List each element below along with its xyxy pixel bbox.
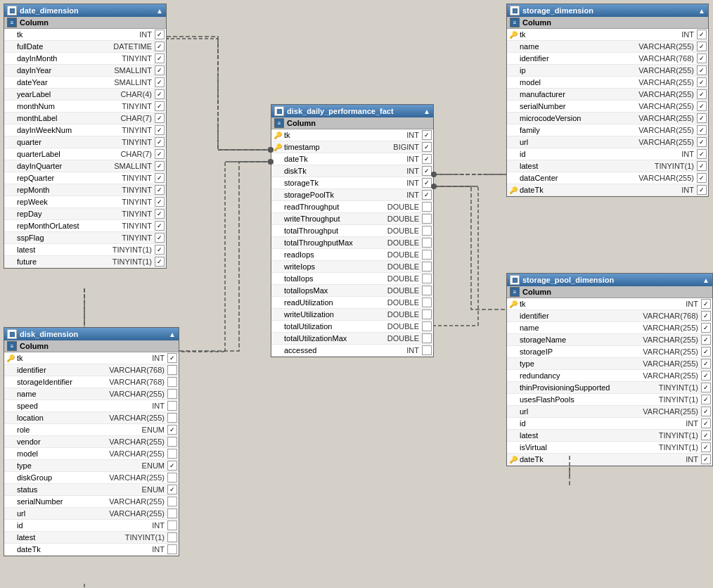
col-checkbox[interactable] (167, 437, 177, 447)
col-checkbox[interactable] (155, 245, 165, 255)
table-row: modelVARCHAR(255) (4, 448, 179, 460)
col-checkbox[interactable] (155, 125, 165, 135)
col-checkbox[interactable] (701, 383, 711, 392)
col-checkbox[interactable] (701, 347, 711, 357)
col-checkbox[interactable] (155, 209, 165, 219)
col-checkbox[interactable] (422, 142, 432, 152)
col-checkbox[interactable] (697, 53, 707, 63)
col-checkbox[interactable] (422, 321, 432, 331)
col-checkbox[interactable] (155, 101, 165, 111)
col-checkbox[interactable] (422, 250, 432, 260)
col-checkbox[interactable] (155, 113, 165, 123)
col-checkbox[interactable] (697, 149, 707, 159)
col-checkbox[interactable] (701, 430, 711, 440)
col-checkbox[interactable] (422, 298, 432, 307)
col-checkbox[interactable] (167, 461, 177, 471)
col-type: VARCHAR(255) (109, 437, 167, 446)
col-checkbox[interactable] (167, 425, 177, 435)
no-pk (508, 323, 518, 333)
col-checkbox[interactable] (155, 257, 165, 267)
col-checkbox[interactable] (422, 202, 432, 212)
col-name: yearLabel (15, 90, 120, 98)
col-checkbox[interactable] (167, 473, 177, 482)
col-checkbox[interactable] (155, 185, 165, 195)
col-checkbox[interactable] (422, 226, 432, 236)
col-checkbox[interactable] (701, 418, 711, 428)
col-checkbox[interactable] (701, 371, 711, 381)
col-checkbox[interactable] (155, 65, 165, 75)
col-checkbox[interactable] (701, 359, 711, 369)
col-checkbox[interactable] (697, 65, 707, 75)
col-checkbox[interactable] (701, 323, 711, 333)
col-checkbox[interactable] (422, 238, 432, 248)
col-checkbox[interactable] (422, 333, 432, 343)
table-row: 🔑dateTkINT (507, 454, 712, 466)
col-checkbox[interactable] (167, 497, 177, 506)
col-checkbox[interactable] (155, 137, 165, 147)
col-checkbox[interactable] (697, 113, 707, 123)
col-checkbox[interactable] (422, 190, 432, 200)
col-checkbox[interactable] (167, 485, 177, 494)
col-checkbox[interactable] (697, 41, 707, 51)
col-checkbox[interactable] (167, 365, 177, 375)
col-checkbox[interactable] (701, 299, 711, 309)
col-type: TINYINT(1) (113, 245, 155, 254)
col-checkbox[interactable] (155, 233, 165, 243)
col-checkbox[interactable] (422, 286, 432, 295)
col-checkbox[interactable] (422, 154, 432, 164)
col-name: dayInQuarter (15, 162, 114, 170)
col-checkbox[interactable] (167, 449, 177, 459)
col-checkbox[interactable] (701, 395, 711, 404)
col-type: VARCHAR(768) (638, 54, 697, 63)
col-checkbox[interactable] (155, 221, 165, 231)
col-checkbox[interactable] (155, 173, 165, 183)
col-checkbox[interactable] (155, 30, 165, 39)
col-checkbox[interactable] (422, 178, 432, 188)
col-checkbox[interactable] (701, 454, 711, 464)
col-checkbox[interactable] (167, 532, 177, 542)
col-checkbox[interactable] (701, 311, 711, 321)
col-checkbox[interactable] (697, 185, 707, 195)
no-pk (273, 250, 283, 260)
col-checkbox[interactable] (167, 544, 177, 554)
col-checkbox[interactable] (697, 137, 707, 147)
col-checkbox[interactable] (155, 89, 165, 99)
maximize-icon[interactable]: ▲ (169, 331, 176, 338)
col-checkbox[interactable] (167, 377, 177, 387)
col-checkbox[interactable] (701, 442, 711, 452)
col-checkbox[interactable] (422, 214, 432, 224)
maximize-icon[interactable]: ▲ (698, 7, 705, 15)
col-checkbox[interactable] (422, 130, 432, 140)
col-checkbox[interactable] (167, 389, 177, 399)
col-checkbox[interactable] (167, 520, 177, 530)
maximize-icon[interactable]: ▲ (423, 108, 430, 115)
col-checkbox[interactable] (697, 101, 707, 111)
col-checkbox[interactable] (422, 262, 432, 271)
col-checkbox[interactable] (422, 166, 432, 176)
col-checkbox[interactable] (697, 89, 707, 99)
col-checkbox[interactable] (155, 161, 165, 171)
col-checkbox[interactable] (155, 197, 165, 207)
col-checkbox[interactable] (697, 125, 707, 135)
col-checkbox[interactable] (697, 173, 707, 183)
col-type: VARCHAR(768) (109, 366, 167, 374)
maximize-icon[interactable]: ▲ (156, 7, 163, 15)
col-checkbox[interactable] (422, 345, 432, 355)
col-checkbox[interactable] (167, 353, 177, 363)
col-checkbox[interactable] (155, 149, 165, 159)
col-checkbox[interactable] (155, 77, 165, 87)
col-type: INT (406, 155, 422, 163)
col-checkbox[interactable] (701, 335, 711, 345)
col-checkbox[interactable] (697, 77, 707, 87)
col-checkbox[interactable] (701, 407, 711, 416)
maximize-icon[interactable]: ▲ (702, 276, 709, 284)
col-checkbox[interactable] (422, 274, 432, 283)
col-checkbox[interactable] (167, 509, 177, 518)
col-checkbox[interactable] (155, 41, 165, 51)
col-checkbox[interactable] (155, 53, 165, 63)
col-checkbox[interactable] (697, 161, 707, 171)
col-checkbox[interactable] (167, 413, 177, 423)
col-checkbox[interactable] (697, 30, 707, 39)
col-checkbox[interactable] (167, 401, 177, 411)
col-checkbox[interactable] (422, 309, 432, 319)
